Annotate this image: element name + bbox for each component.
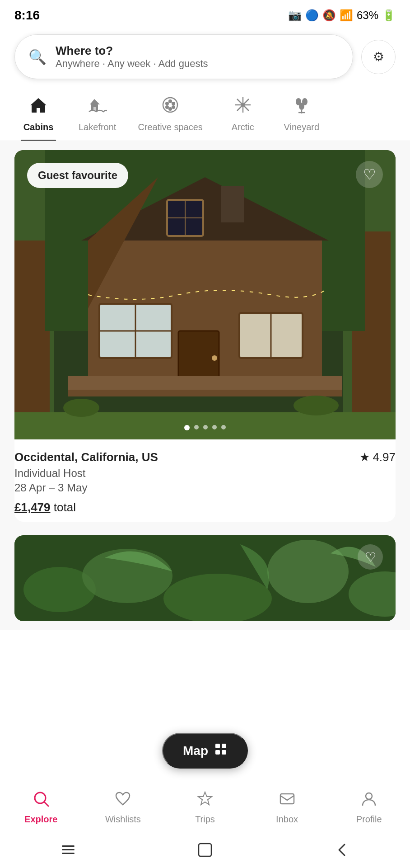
mute-icon: 🔕	[322, 9, 336, 22]
svg-point-51	[163, 574, 272, 621]
bluetooth-icon: 🔵	[305, 9, 319, 22]
svg-rect-65	[199, 844, 211, 856]
svg-rect-60	[280, 794, 294, 804]
lakefront-icon	[88, 95, 107, 118]
dot-1	[184, 425, 190, 430]
dot-2	[194, 425, 199, 429]
nav-item-wishlists[interactable]: Wishlists	[100, 790, 145, 825]
listing-image-1[interactable]: Guest favourite ♡	[14, 150, 396, 439]
inbox-label: Inbox	[276, 814, 298, 825]
inbox-icon	[279, 790, 296, 811]
svg-rect-64	[62, 853, 75, 854]
nav-item-explore[interactable]: Explore	[19, 790, 64, 825]
trips-icon	[196, 790, 214, 811]
battery-text: 63%	[357, 9, 378, 22]
android-home-btn[interactable]	[187, 839, 223, 861]
filter-icon: ⚙	[373, 49, 384, 64]
filter-button[interactable]: ⚙	[361, 40, 396, 74]
nav-item-profile[interactable]: Profile	[346, 790, 391, 825]
listing-info-1: Occidental, California, US ★ 4.97 Indivi…	[14, 439, 396, 522]
svg-rect-56	[215, 750, 220, 755]
svg-rect-42	[68, 376, 342, 390]
svg-marker-1	[30, 98, 47, 105]
cabins-icon	[29, 95, 48, 118]
android-back-btn[interactable]	[324, 839, 360, 861]
listing-host: Individual Host	[14, 467, 396, 480]
svg-point-61	[366, 793, 372, 799]
dot-5	[221, 425, 226, 429]
wifi-icon: 📶	[340, 9, 353, 22]
svg-point-11	[168, 107, 172, 111]
map-grid-icon	[214, 743, 227, 759]
svg-point-45	[63, 399, 99, 417]
svg-point-8	[168, 99, 172, 103]
search-bar[interactable]: 🔍 Where to? Anywhere · Any week · Add gu…	[14, 34, 353, 79]
wishlists-icon	[114, 790, 131, 811]
listing-card-2[interactable]: ♡	[14, 535, 396, 621]
status-time: 8:16	[14, 8, 40, 23]
listings-container: Guest favourite ♡ Occidental, California…	[0, 141, 410, 630]
camera-icon: 📷	[288, 9, 302, 22]
listing-location: Occidental, California, US	[14, 450, 158, 464]
nav-item-trips[interactable]: Trips	[182, 790, 228, 825]
listing-card-1[interactable]: Guest favourite ♡ Occidental, California…	[14, 150, 396, 522]
svg-rect-63	[62, 849, 75, 850]
svg-rect-54	[215, 744, 220, 748]
svg-point-12	[165, 105, 169, 109]
category-item-cabins[interactable]: Cabins	[9, 91, 68, 141]
guest-badge: Guest favourite	[27, 163, 128, 188]
vineyard-label: Vineyard	[284, 122, 320, 132]
category-item-lakefront[interactable]: Lakefront	[68, 91, 127, 141]
svg-point-17	[241, 103, 245, 107]
search-container: 🔍 Where to? Anywhere · Any week · Add gu…	[0, 27, 410, 86]
svg-rect-43	[68, 390, 342, 396]
android-nav	[0, 832, 410, 868]
price-label: total	[54, 500, 76, 514]
svg-point-52	[267, 540, 349, 603]
cabins-label: Cabins	[23, 122, 54, 132]
svg-point-10	[172, 105, 175, 109]
creative-spaces-icon	[161, 95, 180, 118]
rating-value: 4.97	[373, 450, 396, 464]
status-icons: 📷 🔵 🔕 📶 63% 🔋	[288, 9, 396, 22]
category-item-arctic[interactable]: Arctic	[214, 91, 272, 141]
svg-point-46	[294, 396, 339, 415]
svg-line-59	[44, 802, 48, 806]
creative-spaces-label: Creative spaces	[138, 122, 202, 132]
vineyard-icon	[292, 95, 311, 118]
wishlist-button-1[interactable]: ♡	[356, 161, 383, 188]
svg-point-7	[165, 102, 169, 105]
svg-rect-62	[62, 845, 75, 847]
battery-icon: 🔋	[382, 9, 396, 22]
lakefront-label: Lakefront	[79, 122, 116, 132]
map-button[interactable]: Map	[162, 733, 248, 769]
dot-3	[203, 425, 208, 429]
star-icon: ★	[359, 450, 370, 464]
search-main-text: Where to?	[56, 44, 208, 58]
svg-point-9	[172, 102, 175, 105]
listing-rating: ★ 4.97	[359, 450, 396, 464]
category-item-vineyard[interactable]: Vineyard	[272, 91, 331, 141]
wishlist-button-2[interactable]: ♡	[358, 544, 383, 570]
dot-4	[212, 425, 217, 429]
price-amount: £1,479	[14, 500, 51, 514]
search-sub-text: Anywhere · Any week · Add guests	[56, 58, 208, 70]
listing-location-row: Occidental, California, US ★ 4.97	[14, 450, 396, 464]
map-button-wrap: Map	[162, 733, 248, 769]
svg-rect-55	[222, 744, 226, 748]
wishlists-label: Wishlists	[105, 814, 141, 825]
nav-item-inbox[interactable]: Inbox	[265, 790, 310, 825]
profile-icon	[360, 790, 377, 811]
status-bar: 8:16 📷 🔵 🔕 📶 63% 🔋	[0, 0, 410, 27]
listing-dates: 28 Apr – 3 May	[14, 481, 396, 494]
svg-point-41	[212, 355, 217, 361]
search-icon: 🔍	[28, 48, 47, 66]
map-label: Map	[183, 744, 208, 758]
svg-marker-4	[90, 99, 100, 104]
image-dots	[184, 425, 226, 430]
svg-rect-47	[221, 186, 244, 222]
explore-icon	[33, 790, 50, 811]
category-item-creative-spaces[interactable]: Creative spaces	[127, 91, 213, 141]
listing-price: £1,479 total	[14, 500, 396, 514]
android-menu-btn[interactable]	[50, 839, 86, 861]
